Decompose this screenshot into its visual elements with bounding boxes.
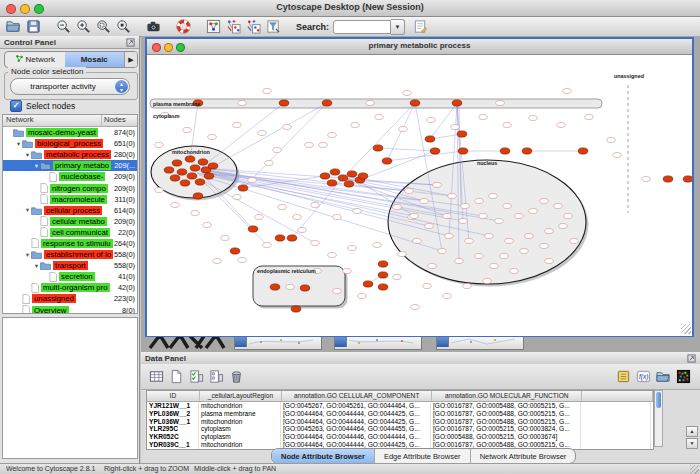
import-attributes-icon[interactable] [654, 368, 672, 385]
tree-item-nitrogen-compo[interactable]: nitrogen compo 209(0) [3, 182, 137, 193]
node-color-select[interactable]: transporter activity ▲▼ [10, 78, 130, 95]
window-titlebar: Cytoscape Desktop (New Session) [0, 0, 700, 17]
open-session-icon[interactable] [4, 18, 22, 35]
birdseye-view-panel[interactable] [2, 317, 138, 459]
column-header[interactable]: annotation.GO MOLECULAR_FUNCTION [432, 391, 582, 401]
new-attribute-icon[interactable] [167, 368, 185, 385]
tree-item-macromolecule[interactable]: macromolecule 311(0) [3, 194, 137, 205]
tree-item-secretion[interactable]: secretion 41(0) [3, 271, 137, 282]
formula-builder-icon[interactable]: f(x) [634, 368, 652, 385]
tree-item-metabolic-process[interactable]: ▼ metabolic process 280(0) [3, 149, 137, 160]
column-header[interactable]: ID [147, 391, 200, 401]
folder-icon [31, 150, 42, 159]
scroll-up-button[interactable]: ▲ [686, 426, 698, 437]
window-title: Cytoscape Desktop (New Session) [0, 2, 700, 12]
table-row[interactable]: YPL036W__2plasma membrane[GO:0044464, GO… [147, 410, 653, 418]
column-header[interactable] [582, 391, 653, 401]
table-row[interactable]: YJR121W__1mitochondrion[GO:0045267, GO:0… [147, 402, 653, 410]
copy-style-b-icon[interactable] [244, 18, 262, 35]
filter-edit-icon[interactable] [264, 18, 282, 35]
zoom-selected-icon[interactable] [114, 18, 132, 35]
folder-icon [13, 128, 24, 137]
tree-header[interactable]: Network Nodes [3, 115, 137, 127]
tree-item-cell-communicat[interactable]: cell communicat 22(0) [3, 227, 137, 238]
disclosure-triangle-icon[interactable]: ▼ [33, 263, 40, 269]
main-toolbar: Search: ▼ [0, 17, 700, 37]
disclosure-triangle-icon[interactable]: ▼ [24, 152, 31, 158]
delete-attribute-icon[interactable] [227, 368, 245, 385]
file-icon [40, 216, 48, 226]
tab-overflow-arrow-icon[interactable]: ▶ [124, 52, 137, 67]
background-window[interactable] [436, 335, 524, 350]
svg-text:endoplasmic reticulum: endoplasmic reticulum [257, 268, 316, 274]
column-header[interactable]: annotation.GO CELLULAR_COMPONENT [282, 391, 432, 401]
tab-network[interactable]: Network [5, 52, 65, 67]
svg-text:f(x): f(x) [639, 373, 648, 381]
tree-item-nucleobase-[interactable]: nucleobase- 209(0) [3, 171, 137, 182]
background-window[interactable] [334, 335, 422, 350]
disclosure-triangle-icon[interactable]: ▼ [33, 163, 40, 169]
layout-region-icon[interactable] [204, 18, 222, 35]
node-color-group-label: Node color selection [8, 67, 86, 76]
tab-edge-attribute-browser[interactable]: Edge Attribute Browser [375, 449, 471, 463]
copy-style-a-icon[interactable] [224, 18, 242, 35]
disclosure-triangle-icon[interactable]: ▼ [24, 252, 31, 258]
background-window[interactable] [234, 335, 322, 350]
zoom-in-icon[interactable] [74, 18, 92, 35]
tree-item-unassigned[interactable]: unassigned 223(0) [3, 293, 137, 304]
table-row[interactable]: YLR295Ccytoplasm[GO:0045263, GO:0044464,… [147, 425, 653, 433]
folder-icon [40, 161, 51, 170]
tree-item-establishment-of-lo[interactable]: ▼ establishment of lo 558(0) [3, 249, 137, 260]
float-panel-icon[interactable] [687, 354, 696, 363]
select-nodes-checkbox[interactable]: ✓ [10, 100, 22, 112]
attribute-matrix-icon[interactable] [674, 368, 692, 385]
tree-item-primary-metabo[interactable]: ▼ primary metabo 209(... [3, 160, 137, 171]
tree-item-mosaic-demo-yeast[interactable]: mosaic-demo-yeast 874(0) [3, 127, 137, 138]
column-header[interactable]: _cellularLayoutRegion [200, 391, 283, 401]
tree-item-response-to-stimulu[interactable]: response to stimulu 264(0) [3, 238, 137, 249]
attribute-grid-icon[interactable] [147, 368, 165, 385]
scroll-down-button[interactable]: ▼ [686, 438, 698, 449]
search-dropdown-button[interactable]: ▼ [391, 19, 405, 35]
attribute-editor-icon[interactable] [614, 368, 632, 385]
search-config-icon[interactable] [411, 18, 429, 35]
tree-item-transport[interactable]: ▼ transport 558(0) [3, 260, 137, 271]
tab-node-attribute-browser[interactable]: Node Attribute Browser [272, 449, 375, 463]
status-resize-grip[interactable] [690, 465, 699, 474]
tree-item-multi-organism-pro[interactable]: multi-organism pro 42(0) [3, 282, 137, 293]
tree-item-cellular-process[interactable]: ▼ cellular process 614(0) [3, 205, 137, 216]
control-panel-title: Control Panel [4, 38, 56, 47]
table-row[interactable]: YKR052Ccytoplasm[GO:0044464, GO:0044446,… [147, 433, 653, 441]
scrollbar-thumb[interactable] [656, 392, 661, 408]
tree-item-cellular-metabo[interactable]: cellular metabo 209(0) [3, 216, 137, 227]
snapshot-icon[interactable] [144, 18, 162, 35]
disclosure-triangle-icon[interactable]: ▼ [24, 207, 31, 213]
folder-icon [31, 250, 42, 259]
tree-item-overview[interactable]: Overview 8(0) [3, 305, 137, 315]
disclosure-triangle-icon[interactable]: ▼ [15, 141, 22, 147]
table-row[interactable]: YPL036W__1mitochondrion[GO:0044464, GO:0… [147, 418, 653, 426]
file-icon [49, 272, 57, 282]
network-canvas[interactable]: plasma membranecytoplasmmitochondrionnuc… [147, 55, 692, 336]
window-resize-grip[interactable] [681, 324, 691, 334]
zoom-out-icon[interactable] [54, 18, 72, 35]
zoom-fit-icon[interactable] [94, 18, 112, 35]
float-panel-icon[interactable] [126, 38, 135, 47]
tree-item-biological-process[interactable]: ▼ biological_process 651(0) [3, 138, 137, 149]
select-stepper-icon: ▲▼ [115, 80, 128, 93]
tab-mosaic[interactable]: Mosaic [65, 52, 125, 67]
tab-network-attribute-browser[interactable]: Network Attribute Browser [471, 449, 576, 463]
search-input[interactable] [333, 20, 391, 34]
file-icon [22, 305, 30, 314]
network-glyph-icon [15, 54, 24, 65]
network-view-title: primary metabolic process [147, 41, 692, 50]
select-attributes-icon[interactable] [187, 368, 205, 385]
file-icon [31, 283, 39, 293]
folder-icon [31, 206, 42, 215]
network-window-titlebar[interactable]: primary metabolic process [147, 39, 692, 55]
save-session-icon[interactable] [24, 18, 42, 35]
unselect-attributes-icon[interactable] [207, 368, 225, 385]
table-scrollbar[interactable] [654, 390, 663, 447]
help-icon[interactable] [174, 18, 192, 35]
svg-text:cytoplasm: cytoplasm [153, 113, 180, 119]
